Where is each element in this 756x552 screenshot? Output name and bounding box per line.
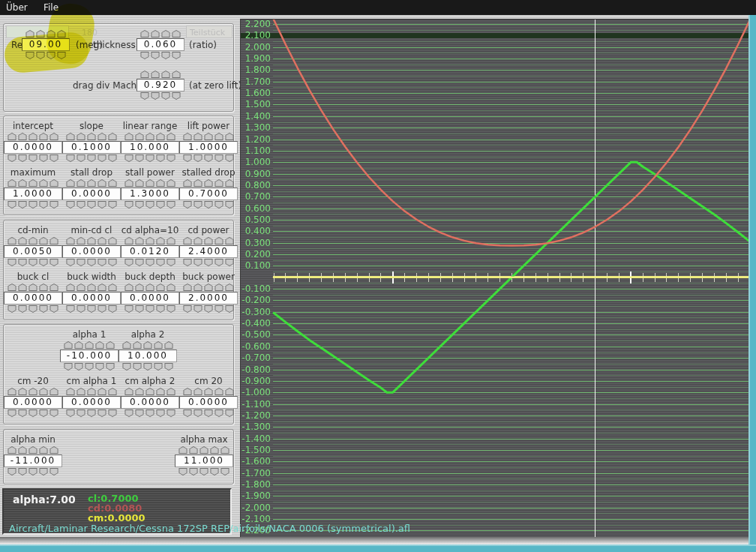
value-box[interactable]: 0.0000: [121, 396, 179, 409]
spinner-up-arrow-icon[interactable]: [26, 30, 34, 38]
spinner-up-arrow-icon[interactable]: [154, 341, 163, 349]
spinner-down-arrow-icon[interactable]: [28, 410, 38, 417]
spinner-up-arrow-icon[interactable]: [204, 179, 213, 187]
spinner-up-arrow-icon[interactable]: [156, 133, 165, 140]
spinner-up-arrow-icon[interactable]: [74, 341, 83, 349]
spinner-down-arrow-icon[interactable]: [124, 259, 134, 266]
spinner-down-arrow-icon[interactable]: [76, 305, 86, 313]
spinner-up-arrow-icon[interactable]: [108, 133, 117, 140]
spinner-down-arrow-icon[interactable]: [122, 363, 131, 370]
spinner-down-arrow-icon[interactable]: [39, 154, 48, 162]
spinner-up-arrow-icon[interactable]: [106, 341, 115, 349]
value-box[interactable]: -11.000: [4, 454, 62, 467]
spinner-down-arrow-icon[interactable]: [66, 305, 75, 313]
spinner-up-arrow-icon[interactable]: [194, 237, 202, 244]
spinner-down-arrow-icon[interactable]: [66, 201, 75, 208]
spinner-down-arrow-icon[interactable]: [194, 201, 202, 208]
spinner-up-arrow-icon[interactable]: [140, 30, 149, 38]
spinner-down-arrow-icon[interactable]: [87, 410, 96, 417]
spinner-down-arrow-icon[interactable]: [214, 201, 224, 208]
spinner-down-arrow-icon[interactable]: [39, 305, 48, 313]
spinner-up-arrow-icon[interactable]: [194, 388, 202, 395]
menu-file[interactable]: File: [44, 2, 58, 13]
spinner-down-arrow-icon[interactable]: [76, 259, 86, 266]
spinner-down-arrow-icon[interactable]: [50, 154, 58, 162]
spinner-down-arrow-icon[interactable]: [156, 201, 165, 208]
spinner-down-arrow-icon[interactable]: [166, 259, 176, 266]
spinner-down-arrow-icon[interactable]: [204, 154, 213, 162]
spinner-up-arrow-icon[interactable]: [28, 446, 38, 454]
spinner-up-arrow-icon[interactable]: [85, 341, 94, 349]
spinner-down-arrow-icon[interactable]: [28, 305, 38, 313]
spinner-down-arrow-icon[interactable]: [50, 259, 58, 266]
spinner-down-arrow-icon[interactable]: [8, 201, 16, 208]
spinner-up-arrow-icon[interactable]: [183, 133, 192, 140]
spinner-down-arrow-icon[interactable]: [8, 259, 16, 266]
spinner-down-arrow-icon[interactable]: [87, 201, 96, 208]
spinner-down-arrow-icon[interactable]: [172, 92, 181, 100]
value-box[interactable]: 2.4000: [179, 245, 238, 258]
spinner-down-arrow-icon[interactable]: [8, 305, 16, 313]
spinner-down-arrow-icon[interactable]: [166, 410, 176, 417]
spinner-down-arrow-icon[interactable]: [225, 154, 234, 162]
spinner-up-arrow-icon[interactable]: [66, 388, 75, 395]
spinner-down-arrow-icon[interactable]: [214, 154, 224, 162]
spinner-down-arrow-icon[interactable]: [189, 468, 198, 476]
value-box[interactable]: 10.000: [118, 350, 177, 362]
value-box[interactable]: 0.0120: [121, 245, 179, 258]
spinner-up-arrow-icon[interactable]: [98, 284, 106, 291]
spinner-up-arrow-icon[interactable]: [183, 284, 192, 291]
spinner-up-arrow-icon[interactable]: [146, 237, 154, 244]
menu-ueber[interactable]: Über: [6, 2, 28, 13]
spinner-down-arrow-icon[interactable]: [214, 305, 224, 313]
spinner-down-arrow-icon[interactable]: [28, 468, 38, 476]
spinner-up-arrow-icon[interactable]: [172, 70, 181, 78]
spinner-up-arrow-icon[interactable]: [194, 179, 202, 187]
spinner-up-arrow-icon[interactable]: [183, 237, 192, 244]
spinner-down-arrow-icon[interactable]: [194, 259, 202, 266]
spinner-down-arrow-icon[interactable]: [146, 154, 154, 162]
spinner-up-arrow-icon[interactable]: [178, 446, 188, 454]
spinner-up-arrow-icon[interactable]: [194, 133, 202, 140]
spinner-down-arrow-icon[interactable]: [26, 52, 34, 59]
spinner-up-arrow-icon[interactable]: [225, 284, 234, 291]
value-box[interactable]: 11.000: [175, 454, 233, 467]
spinner-down-arrow-icon[interactable]: [135, 305, 144, 313]
spinner-up-arrow-icon[interactable]: [18, 446, 27, 454]
spinner-up-arrow-icon[interactable]: [151, 70, 160, 78]
spinner-up-arrow-icon[interactable]: [124, 237, 134, 244]
spinner-up-arrow-icon[interactable]: [204, 388, 213, 395]
spinner-up-arrow-icon[interactable]: [135, 179, 144, 187]
spinner-up-arrow-icon[interactable]: [124, 388, 134, 395]
spinner-down-arrow-icon[interactable]: [133, 363, 142, 370]
spinner-up-arrow-icon[interactable]: [28, 388, 38, 395]
spinner-down-arrow-icon[interactable]: [18, 468, 27, 476]
spinner-up-arrow-icon[interactable]: [135, 388, 144, 395]
spinner-up-arrow-icon[interactable]: [8, 179, 16, 187]
spinner-up-arrow-icon[interactable]: [66, 284, 75, 291]
spinner-up-arrow-icon[interactable]: [39, 133, 48, 140]
value-box[interactable]: 0.0000: [121, 292, 179, 304]
value-box[interactable]: 0.920: [136, 79, 184, 92]
value-box[interactable]: 0.0050: [4, 245, 62, 258]
spinner-up-arrow-icon[interactable]: [50, 237, 58, 244]
spinner-up-arrow-icon[interactable]: [204, 237, 213, 244]
spinner-down-arrow-icon[interactable]: [64, 363, 73, 370]
spinner-down-arrow-icon[interactable]: [108, 154, 117, 162]
spinner-up-arrow-icon[interactable]: [108, 388, 117, 395]
spinner-down-arrow-icon[interactable]: [140, 92, 149, 100]
spinner-up-arrow-icon[interactable]: [214, 388, 224, 395]
spinner-down-arrow-icon[interactable]: [151, 52, 160, 59]
spinner-down-arrow-icon[interactable]: [194, 410, 202, 417]
value-box[interactable]: 0.0000: [62, 245, 121, 258]
spinner-down-arrow-icon[interactable]: [8, 410, 16, 417]
spinner-down-arrow-icon[interactable]: [87, 305, 96, 313]
spinner-up-arrow-icon[interactable]: [50, 388, 58, 395]
spinner-up-arrow-icon[interactable]: [166, 284, 176, 291]
spinner-down-arrow-icon[interactable]: [143, 363, 152, 370]
spinner-up-arrow-icon[interactable]: [166, 388, 176, 395]
spinner-up-arrow-icon[interactable]: [124, 284, 134, 291]
value-box[interactable]: 0.0000: [4, 292, 62, 304]
spinner-down-arrow-icon[interactable]: [135, 410, 144, 417]
spinner-up-arrow-icon[interactable]: [76, 237, 86, 244]
